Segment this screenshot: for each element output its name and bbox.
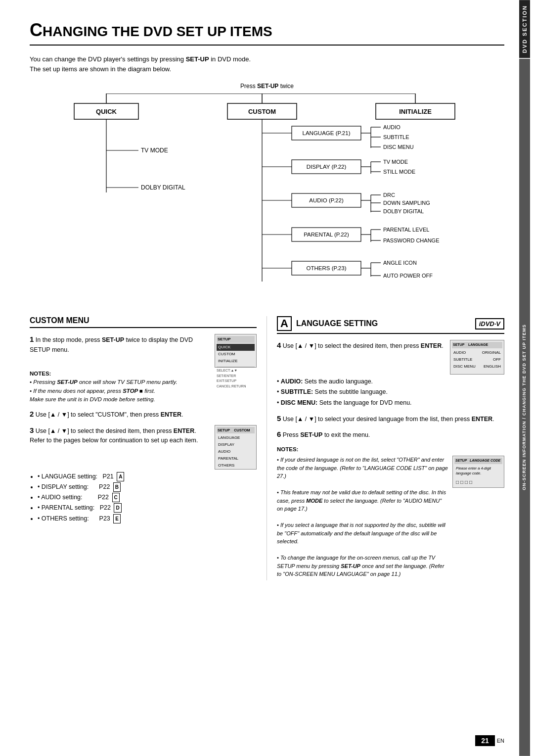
step3-text2: Refer to the pages below for continuatio… xyxy=(30,437,198,444)
svg-text:TV MODE: TV MODE xyxy=(141,147,168,154)
svg-text:OTHERS (P.23): OTHERS (P.23) xyxy=(307,265,347,271)
screen-thumb-1: SETUP QUICK CUSTOM INITIALIZE SELECT:▲▼ … xyxy=(215,334,257,368)
lang-bullet-disc: • DISC MENU: Sets the language for DVD m… xyxy=(277,398,504,408)
svg-text:DISPLAY (P.22): DISPLAY (P.22) xyxy=(307,164,347,170)
page-number: 21 xyxy=(475,735,495,746)
notes-right-title: NOTES: xyxy=(277,446,298,452)
step3-text1: Use [▲ / ▼] to select the desired item, … xyxy=(36,427,174,434)
step-4: 4 Use [▲ / ▼] to select the desired item… xyxy=(277,340,504,408)
step5-num: 5 xyxy=(277,414,281,423)
notes-title-1: NOTES: xyxy=(30,371,51,377)
step6-num: 6 xyxy=(277,430,281,438)
lang-title-text: LANGUAGE SETTING xyxy=(296,319,378,328)
bullet-item-display: • DISPLAY setting: P22 B xyxy=(38,482,257,492)
badge-b: B xyxy=(113,482,121,492)
page-container: DVD SECTION ON-SCREEN INFORMATION / CHAN… xyxy=(0,0,534,756)
badge-c: C xyxy=(112,493,120,502)
page-number-bar: 21 EN xyxy=(475,735,504,746)
svg-text:LANGUAGE (P.21): LANGUAGE (P.21) xyxy=(303,130,351,136)
bullet-item-others: • OTHERS setting: P23 E xyxy=(38,514,257,524)
step-5: 5 Use [▲ / ▼] to select your desired lan… xyxy=(277,413,504,425)
lang-bullet-audio: • AUDIO: Sets the audio language. xyxy=(277,377,504,387)
step4-bold: ENTER xyxy=(421,342,442,349)
dvd-section-label: DVD SECTION xyxy=(519,0,530,58)
svg-text:AUTO POWER OFF: AUTO POWER OFF xyxy=(383,273,433,279)
svg-text:AUDIO (P.22): AUDIO (P.22) xyxy=(309,197,344,203)
intro-text-1: You can change the DVD player's settings… xyxy=(30,55,504,63)
step2-text: Use [▲ / ▼] to select "CUSTOM", then pre… xyxy=(36,411,161,418)
svg-text:DOWN SAMPLING: DOWN SAMPLING xyxy=(383,200,430,206)
dvd-v-badge: iDVD·V xyxy=(475,318,504,330)
bullet-item-language: • LANGUAGE setting: P21 A xyxy=(38,472,257,482)
svg-text:ANGLE ICON: ANGLE ICON xyxy=(383,260,417,266)
intro1-start: You can change the DVD player's settings… xyxy=(30,55,186,63)
step1-text1: In the stop mode, press xyxy=(36,336,102,343)
page-title: CHANGING THE DVD SET UP ITEMS xyxy=(30,20,504,46)
diagram-svg: QUICK CUSTOM INITIALIZE TV MODE DOLBY DI… xyxy=(64,94,470,301)
svg-text:PARENTAL (P.22): PARENTAL (P.22) xyxy=(304,232,349,237)
title-rest: HANGING THE DVD SET UP ITEMS xyxy=(43,24,272,39)
svg-text:QUICK: QUICK xyxy=(96,108,117,115)
step2-bold: ENTER xyxy=(161,411,181,418)
step5-text1: Use [▲ / ▼] to select your desired langu… xyxy=(283,416,472,423)
step-1: 1 In the stop mode, press SET-UP twice t… xyxy=(30,334,257,404)
svg-text:DOLBY DIGITAL: DOLBY DIGITAL xyxy=(141,184,185,191)
bullet-list: • LANGUAGE setting: P21 A • DISPLAY sett… xyxy=(38,472,257,524)
title-big-c: C xyxy=(30,20,43,40)
step4-text1: Use [▲ / ▼] to select the desired item, … xyxy=(283,342,421,349)
intro-text-2: The set up items are shown in the diagra… xyxy=(30,65,504,73)
step6-text1: Press xyxy=(283,431,300,438)
svg-text:TV MODE: TV MODE xyxy=(383,159,408,165)
step6-bold: SET-UP xyxy=(300,431,322,438)
screen-lang-code-thumb: SETUP LANGUAGE CODE Please enter a 4-dig… xyxy=(452,456,504,488)
lang-section-header: A LANGUAGE SETTING iDVD·V xyxy=(277,316,504,334)
step1-bold: SET-UP xyxy=(102,336,124,343)
notes-right: NOTES: • If your desired language is not… xyxy=(277,445,504,578)
intro1-end: in DVD mode. xyxy=(209,55,251,63)
svg-text:INITIALIZE: INITIALIZE xyxy=(399,108,432,115)
en-label: EN xyxy=(497,738,504,744)
step2-num: 2 xyxy=(30,410,34,418)
language-section: A LANGUAGE SETTING iDVD·V 4 Use [▲ / ▼] … xyxy=(267,316,504,580)
svg-text:DOLBY DIGITAL: DOLBY DIGITAL xyxy=(383,208,424,214)
lang-title: A LANGUAGE SETTING xyxy=(277,316,378,331)
svg-text:DISC MENU: DISC MENU xyxy=(383,144,414,150)
press-setup-label: Press SET-UP twice xyxy=(64,83,470,90)
badge-e: E xyxy=(113,514,121,523)
screen-thumb-2: SETUP CUSTOM LANGUAGE DISPLAY AUDIO PARE… xyxy=(215,425,257,470)
badge-a: A xyxy=(117,472,124,481)
intro1-bold: SET-UP xyxy=(186,55,209,63)
svg-text:AUDIO: AUDIO xyxy=(383,124,400,130)
custom-menu-section: CUSTOM MENU 1 In the stop mode, press SE… xyxy=(30,316,267,580)
custom-menu-title: CUSTOM MENU xyxy=(30,316,257,328)
badge-d: D xyxy=(114,503,121,513)
bottom-content: CUSTOM MENU 1 In the stop mode, press SE… xyxy=(30,316,504,580)
svg-text:DRC: DRC xyxy=(383,192,395,198)
svg-text:PARENTAL LEVEL: PARENTAL LEVEL xyxy=(383,227,429,233)
screen-lang-thumb: SETUP LANGUAGE AUDIOORIGINAL SUBTITLEOFF… xyxy=(450,340,504,375)
sidebar-long-label: ON-SCREEN INFORMATION / CHANGING THE DVD… xyxy=(519,59,530,756)
svg-text:STILL MODE: STILL MODE xyxy=(383,169,415,175)
svg-text:PASSWORD CHANGE: PASSWORD CHANGE xyxy=(383,237,439,243)
step3-num: 3 xyxy=(30,426,34,434)
step1-num: 1 xyxy=(30,335,34,343)
step5-bold: ENTER xyxy=(472,416,492,423)
badge-a-lang: A xyxy=(277,316,292,331)
svg-text:CUSTOM: CUSTOM xyxy=(248,108,276,115)
diagram-container: Press SET-UP twice QUICK CUSTOM xyxy=(64,83,470,301)
step-3: 3 Use [▲ / ▼] to select the desired item… xyxy=(30,425,257,524)
step-2: 2 Use [▲ / ▼] to select "CUSTOM", then p… xyxy=(30,409,257,420)
bullet-item-parental: • PARENTAL setting: P22 D xyxy=(38,503,257,513)
step3-bold: ENTER xyxy=(174,427,194,434)
svg-text:SUBTITLE: SUBTITLE xyxy=(383,134,409,140)
lang-bullets-4: • AUDIO: Sets the audio language. • SUBT… xyxy=(277,377,504,408)
lang-bullet-subtitle: • SUBTITLE: Sets the subtitle language. xyxy=(277,387,504,397)
right-sidebar: DVD SECTION ON-SCREEN INFORMATION / CHAN… xyxy=(515,0,534,756)
step4-num: 4 xyxy=(277,341,281,349)
step-6: 6 Press SET-UP to exit the menu. xyxy=(277,429,504,440)
bullet-item-audio: • AUDIO setting: P22 C xyxy=(38,492,257,503)
